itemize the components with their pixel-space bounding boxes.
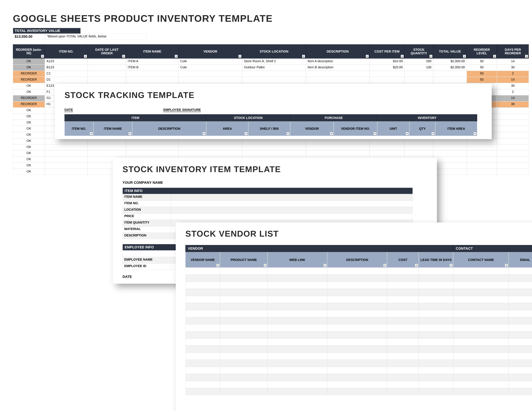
cell[interactable] — [327, 381, 387, 388]
cell[interactable] — [467, 157, 497, 163]
cell[interactable] — [220, 317, 267, 324]
cell[interactable] — [306, 77, 370, 83]
cell[interactable] — [185, 360, 220, 367]
cell[interactable] — [327, 268, 387, 275]
filter-dropdown-icon[interactable] — [493, 55, 496, 58]
cell[interactable] — [306, 150, 370, 157]
cell[interactable] — [327, 353, 387, 360]
inventory-col-header[interactable]: STOCK LOCATION — [242, 44, 306, 58]
cell[interactable] — [497, 169, 529, 175]
cell[interactable] — [327, 324, 387, 331]
track-col-header[interactable]: VENDOR — [290, 121, 334, 136]
cell[interactable] — [126, 144, 179, 150]
cell[interactable] — [419, 268, 453, 275]
cell[interactable] — [185, 303, 220, 310]
cell[interactable] — [453, 282, 508, 289]
cell[interactable] — [327, 282, 387, 289]
inventory-col-header[interactable]: COST PER ITEM — [370, 44, 405, 58]
cell[interactable] — [453, 374, 508, 381]
cell[interactable]: OK — [13, 126, 45, 132]
cell[interactable] — [242, 71, 306, 77]
cell[interactable] — [467, 169, 497, 175]
cell[interactable] — [453, 388, 508, 395]
filter-dropdown-icon[interactable] — [373, 132, 376, 135]
cell[interactable] — [453, 268, 508, 275]
cell[interactable] — [267, 324, 327, 331]
cell[interactable]: 100 — [405, 65, 433, 71]
cell[interactable] — [509, 268, 532, 275]
cell[interactable] — [126, 71, 179, 77]
cell[interactable] — [185, 331, 220, 338]
cell[interactable] — [185, 282, 220, 289]
cell[interactable] — [419, 310, 453, 317]
cell[interactable] — [419, 360, 453, 367]
cell[interactable] — [433, 144, 466, 150]
track-col-header[interactable]: ITEM NO. — [65, 121, 94, 136]
cell[interactable]: C1 — [45, 71, 88, 77]
cell[interactable] — [267, 282, 327, 289]
cell[interactable] — [327, 388, 387, 395]
item-field-value[interactable] — [171, 207, 413, 213]
cell[interactable] — [433, 163, 466, 169]
cell[interactable] — [327, 338, 387, 346]
cell[interactable] — [267, 289, 327, 296]
cell[interactable]: OK — [13, 144, 45, 150]
cell[interactable] — [267, 275, 327, 282]
cell[interactable] — [433, 169, 466, 175]
cell[interactable]: 200 — [405, 58, 433, 65]
cell[interactable] — [267, 381, 327, 388]
cell[interactable] — [419, 367, 453, 374]
cell[interactable] — [220, 331, 267, 338]
cell[interactable]: OK — [13, 150, 45, 157]
cell[interactable] — [509, 367, 532, 374]
cell[interactable] — [419, 346, 453, 353]
cell[interactable] — [220, 268, 267, 275]
track-col-header[interactable]: UNIT — [377, 121, 409, 136]
cell[interactable] — [327, 310, 387, 317]
track-col-header[interactable]: DESCRIPTION — [132, 121, 206, 136]
cell[interactable] — [509, 310, 532, 317]
cell[interactable] — [45, 157, 88, 163]
cell[interactable]: OK — [13, 108, 45, 114]
cell[interactable] — [220, 381, 267, 388]
cell[interactable] — [185, 367, 220, 374]
cell[interactable] — [497, 132, 529, 138]
cell[interactable] — [497, 144, 529, 150]
cell[interactable] — [453, 289, 508, 296]
cell[interactable] — [327, 296, 387, 303]
filter-dropdown-icon[interactable] — [41, 55, 44, 58]
filter-dropdown-icon[interactable] — [203, 132, 206, 135]
cell[interactable] — [453, 346, 508, 353]
cell[interactable] — [405, 71, 433, 77]
cell[interactable]: 2 — [497, 89, 529, 95]
track-col-header[interactable]: VENDOR ITEM NO. — [334, 121, 377, 136]
vendor-col-header[interactable]: PRODUCT NAME — [220, 252, 267, 268]
cell[interactable]: 14 — [497, 95, 529, 101]
track-col-header[interactable]: QTY — [409, 121, 435, 136]
filter-dropdown-icon[interactable] — [401, 55, 404, 58]
cell[interactable]: $10.00 — [370, 58, 405, 65]
cell[interactable]: OK — [13, 89, 45, 95]
cell[interactable]: Outdoor Pallet — [242, 65, 306, 71]
cell[interactable] — [370, 71, 405, 77]
cell[interactable] — [242, 150, 306, 157]
cell[interactable] — [267, 310, 327, 317]
cell[interactable] — [405, 144, 433, 150]
inventory-col-header[interactable]: TOTAL VALUE — [433, 44, 466, 58]
cell[interactable]: A123 — [45, 58, 88, 65]
cell[interactable] — [509, 324, 532, 331]
cell[interactable] — [179, 77, 242, 83]
filter-dropdown-icon[interactable] — [122, 55, 125, 58]
cell[interactable]: Cole — [179, 58, 242, 65]
cell[interactable] — [509, 282, 532, 289]
vendor-col-header[interactable]: EMAIL — [509, 252, 532, 268]
cell[interactable] — [242, 77, 306, 83]
cell[interactable] — [419, 374, 453, 381]
cell[interactable] — [387, 367, 419, 374]
cell[interactable] — [185, 346, 220, 353]
cell[interactable] — [306, 144, 370, 150]
cell[interactable] — [387, 338, 419, 346]
filter-dropdown-icon[interactable] — [406, 132, 409, 135]
cell[interactable] — [220, 324, 267, 331]
cell[interactable] — [370, 144, 405, 150]
